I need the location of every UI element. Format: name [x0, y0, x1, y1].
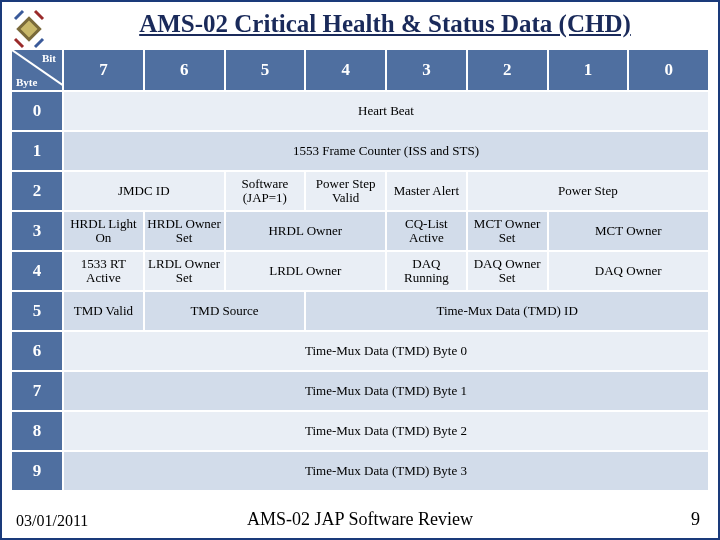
col-0: 0: [628, 49, 709, 91]
cell-software: Software (JAP=1): [225, 171, 306, 211]
cell-frame-counter: 1553 Frame Counter (ISS and STS): [63, 131, 709, 171]
cell-power-step-valid: Power Step Valid: [305, 171, 386, 211]
cell-hrdl-owner-set: HRDL Owner Set: [144, 211, 225, 251]
cell-lrdl-owner: LRDL Owner: [225, 251, 387, 291]
corner-header: Bit Byte: [11, 49, 63, 91]
cell-power-step: Power Step: [467, 171, 709, 211]
col-3: 3: [386, 49, 467, 91]
table-row: 2 JMDC ID Software (JAP=1) Power Step Va…: [11, 171, 709, 211]
cell-tmd-byte2: Time-Mux Data (TMD) Byte 2: [63, 411, 709, 451]
cell-mct-owner-set: MCT Owner Set: [467, 211, 548, 251]
col-2: 2: [467, 49, 548, 91]
row-index: 0: [11, 91, 63, 131]
table-row: 6 Time-Mux Data (TMD) Byte 0: [11, 331, 709, 371]
row-index: 8: [11, 411, 63, 451]
table-row: 8 Time-Mux Data (TMD) Byte 2: [11, 411, 709, 451]
footer-date: 03/01/2011: [16, 512, 88, 530]
cell-master-alert: Master Alert: [386, 171, 467, 211]
cell-lrdl-owner-set: LRDL Owner Set: [144, 251, 225, 291]
cell-heartbeat: Heart Beat: [63, 91, 709, 131]
col-4: 4: [305, 49, 386, 91]
cell-jmdc-id: JMDC ID: [63, 171, 225, 211]
cell-mct-owner: MCT Owner: [548, 211, 710, 251]
table-row: 3 HRDL Light On HRDL Owner Set HRDL Owne…: [11, 211, 709, 251]
row-index: 6: [11, 331, 63, 371]
svg-line-3: [15, 39, 23, 47]
cell-tmd-byte3: Time-Mux Data (TMD) Byte 3: [63, 451, 709, 491]
footer-page: 9: [691, 509, 700, 530]
cell-hrdl-light-on: HRDL Light On: [63, 211, 144, 251]
row-index: 3: [11, 211, 63, 251]
logo-icon: [8, 8, 50, 50]
cell-cq-list-active: CQ-List Active: [386, 211, 467, 251]
cell-tmd-id: Time-Mux Data (TMD) ID: [305, 291, 709, 331]
row-index: 4: [11, 251, 63, 291]
cell-tmd-source: TMD Source: [144, 291, 306, 331]
col-6: 6: [144, 49, 225, 91]
table-row: 9 Time-Mux Data (TMD) Byte 3: [11, 451, 709, 491]
col-5: 5: [225, 49, 306, 91]
cell-daq-running: DAQ Running: [386, 251, 467, 291]
row-index: 1: [11, 131, 63, 171]
cell-tmd-byte1: Time-Mux Data (TMD) Byte 1: [63, 371, 709, 411]
table-row: 0 Heart Beat: [11, 91, 709, 131]
table-row: 5 TMD Valid TMD Source Time-Mux Data (TM…: [11, 291, 709, 331]
cell-tmd-valid: TMD Valid: [63, 291, 144, 331]
cell-1533-rt-active: 1533 RT Active: [63, 251, 144, 291]
table-row: 4 1533 RT Active LRDL Owner Set LRDL Own…: [11, 251, 709, 291]
byte-label: Byte: [16, 76, 37, 88]
table-row: 7 Time-Mux Data (TMD) Byte 1: [11, 371, 709, 411]
svg-line-2: [15, 11, 23, 19]
table-row: 1 1553 Frame Counter (ISS and STS): [11, 131, 709, 171]
cell-daq-owner-set: DAQ Owner Set: [467, 251, 548, 291]
cell-tmd-byte0: Time-Mux Data (TMD) Byte 0: [63, 331, 709, 371]
row-index: 7: [11, 371, 63, 411]
cell-daq-owner: DAQ Owner: [548, 251, 710, 291]
row-index: 5: [11, 291, 63, 331]
footer-title: AMS-02 JAP Software Review: [2, 509, 718, 530]
header-row: Bit Byte 7 6 5 4 3 2 1 0: [11, 49, 709, 91]
chd-table: Bit Byte 7 6 5 4 3 2 1 0 0 Heart Beat 1 …: [10, 48, 710, 492]
svg-line-5: [35, 39, 43, 47]
svg-line-4: [35, 11, 43, 19]
cell-hrdl-owner: HRDL Owner: [225, 211, 387, 251]
row-index: 9: [11, 451, 63, 491]
footer: 03/01/2011 AMS-02 JAP Software Review 9: [2, 509, 718, 530]
page-title: AMS-02 Critical Health & Status Data (CH…: [52, 10, 718, 38]
row-index: 2: [11, 171, 63, 211]
col-1: 1: [548, 49, 629, 91]
col-7: 7: [63, 49, 144, 91]
bit-label: Bit: [42, 52, 56, 64]
